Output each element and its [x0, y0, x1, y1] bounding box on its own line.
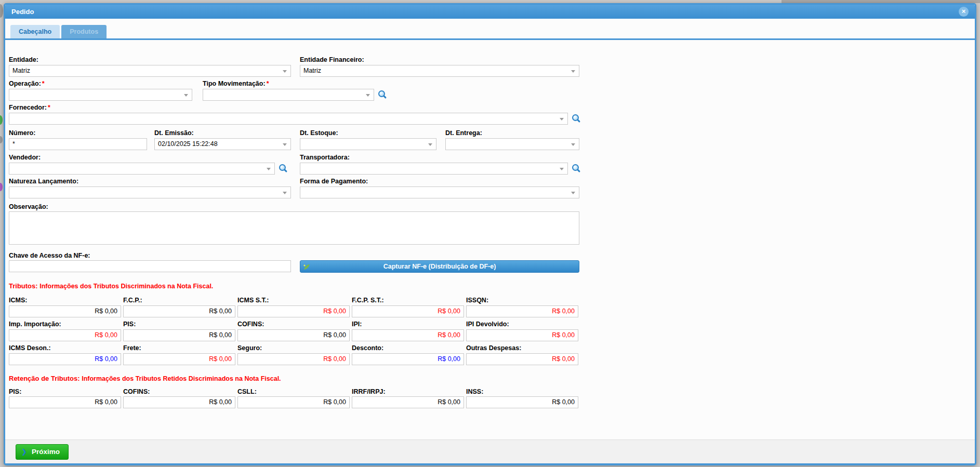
fcp-st-input[interactable]: R$ 0,00 — [352, 305, 464, 317]
pis-label: PIS: — [123, 321, 136, 328]
background-window-fragment — [0, 115, 3, 125]
background-window-fragment — [0, 136, 3, 143]
ret-csll-input[interactable]: R$ 0,00 — [237, 396, 350, 408]
search-icon[interactable] — [572, 164, 579, 171]
dt-entrega-label: Dt. Entrega: — [445, 129, 482, 137]
background-window-fragment — [0, 4, 3, 18]
chevron-down-icon — [267, 168, 271, 170]
entidade-financeiro-select[interactable]: Matriz — [300, 65, 579, 77]
dialog-titlebar[interactable]: Pedido × — [5, 5, 975, 19]
icms-st-input[interactable]: R$ 0,00 — [237, 305, 350, 317]
chevron-down-icon — [184, 94, 188, 97]
tab-bar: Cabeçalho Produtos — [5, 19, 975, 40]
close-icon[interactable]: × — [959, 7, 969, 17]
icms-label: ICMS: — [9, 297, 27, 304]
dt-emissao-value: 02/10/2025 15:22:48 — [155, 139, 290, 150]
ret-pis-input[interactable]: R$ 0,00 — [9, 396, 121, 408]
natureza-lancamento-label: Natureza Lançamento: — [9, 178, 78, 185]
issqn-label: ISSQN: — [466, 297, 488, 304]
icms-st-label: ICMS S.T.: — [237, 297, 269, 304]
dt-emissao-select[interactable]: 02/10/2025 15:22:48 — [154, 138, 291, 150]
chevron-down-icon — [283, 192, 287, 194]
form-panel: Entidade: Matriz Entidade Financeiro: Ma… — [5, 42, 975, 439]
search-icon[interactable] — [572, 114, 579, 121]
numero-label: Número: — [9, 129, 35, 137]
ipi-devolvido-label: IPI Devolvido: — [466, 321, 509, 328]
operacao-select[interactable] — [9, 89, 192, 101]
dt-estoque-select[interactable] — [300, 138, 436, 150]
tipo-movimentacao-label: Tipo Movimentação:* — [203, 80, 269, 88]
pis-input[interactable]: R$ 0,00 — [123, 329, 235, 341]
transportadora-select[interactable] — [300, 163, 568, 175]
frete-input[interactable]: R$ 0,00 — [123, 353, 235, 365]
dialog-footer: ❯Próximo — [5, 439, 975, 463]
ret-csll-label: CSLL: — [237, 388, 257, 396]
capturar-nfe-button[interactable]: Capturar NF-e (Distribuição de DF-e) — [300, 260, 579, 273]
icms-deson-label: ICMS Deson.: — [9, 344, 51, 352]
desconto-label: Desconto: — [352, 344, 383, 352]
vendedor-select[interactable] — [9, 163, 275, 175]
dialog-title: Pedido — [11, 8, 34, 16]
imp-importacao-label: Imp. Importação: — [9, 321, 61, 328]
imp-importacao-input[interactable]: R$ 0,00 — [9, 329, 121, 341]
tributos-heading: Tributos: Informações dos Tributos Discr… — [9, 282, 213, 290]
dt-estoque-label: Dt. Estoque: — [300, 129, 338, 137]
ret-inss-input[interactable]: R$ 0,00 — [466, 396, 578, 408]
tributos-heading-title: Tributos: — [9, 282, 38, 290]
entidade-select[interactable]: Matriz — [9, 65, 291, 77]
issqn-input[interactable]: R$ 0,00 — [466, 305, 578, 317]
icms-input[interactable]: R$ 0,00 — [9, 305, 121, 317]
chevron-down-icon — [428, 143, 432, 146]
pedido-dialog: Pedido × Cabeçalho Produtos Entidade: Ma… — [4, 3, 976, 465]
ret-irrf-irpj-label: IRRF/IRPJ: — [352, 388, 386, 396]
ipi-devolvido-input[interactable]: R$ 0,00 — [466, 329, 578, 341]
forma-pagamento-select[interactable] — [300, 186, 579, 198]
proximo-button[interactable]: ❯Próximo — [16, 444, 69, 460]
entidade-financeiro-label: Entidade Financeiro: — [300, 56, 364, 64]
entidade-financeiro-value: Matriz — [300, 65, 579, 76]
tipo-movimentacao-select[interactable] — [203, 89, 374, 101]
retencao-heading-title: Retenção de Tributos: — [9, 375, 80, 382]
fornecedor-select[interactable] — [9, 113, 568, 125]
tab-produtos[interactable]: Produtos — [61, 25, 107, 38]
search-icon[interactable] — [378, 90, 385, 97]
fcp-st-label: F.C.P. S.T.: — [352, 297, 384, 304]
ret-irrf-irpj-input[interactable]: R$ 0,00 — [352, 396, 464, 408]
chevron-down-icon — [366, 94, 370, 97]
capturar-nfe-label: Capturar NF-e (Distribuição de DF-e) — [383, 263, 496, 270]
icms-deson-input[interactable]: R$ 0,00 — [9, 353, 121, 365]
chevron-down-icon — [283, 143, 287, 146]
forma-pagamento-label: Forma de Pagamento: — [300, 178, 368, 185]
search-icon[interactable] — [279, 164, 286, 171]
chevron-down-icon — [571, 143, 575, 146]
seguro-input[interactable]: R$ 0,00 — [237, 353, 350, 365]
ret-cofins-input[interactable]: R$ 0,00 — [123, 396, 235, 408]
vendedor-label: Vendedor: — [9, 154, 41, 162]
outras-despesas-input[interactable]: R$ 0,00 — [466, 353, 578, 365]
fcp-input[interactable]: R$ 0,00 — [123, 305, 235, 317]
entidade-label: Entidade: — [9, 56, 38, 64]
chave-nfe-label: Chave de Acesso da NF-e: — [9, 252, 90, 260]
transportadora-label: Transportadora: — [300, 154, 350, 162]
outras-despesas-label: Outras Despesas: — [466, 344, 521, 352]
numero-value: * — [9, 139, 147, 150]
fcp-label: F.C.P.: — [123, 297, 142, 304]
nfe-icon — [303, 263, 310, 274]
observacao-label: Observação: — [9, 203, 48, 211]
natureza-lancamento-select[interactable] — [9, 186, 291, 198]
retencao-heading-subtitle: Informações dos Tributos Retidos Discrim… — [82, 375, 281, 382]
ret-cofins-label: COFINS: — [123, 388, 150, 396]
cofins-label: COFINS: — [237, 321, 264, 328]
cofins-input[interactable]: R$ 0,00 — [237, 329, 350, 341]
desconto-input[interactable]: R$ 0,00 — [352, 353, 464, 365]
chevron-down-icon — [283, 70, 287, 73]
observacao-textarea[interactable] — [9, 211, 579, 245]
numero-input[interactable]: * — [9, 138, 147, 150]
dt-entrega-select[interactable] — [445, 138, 579, 150]
entidade-value: Matriz — [9, 65, 290, 76]
tab-cabecalho[interactable]: Cabeçalho — [10, 25, 60, 38]
seguro-label: Seguro: — [237, 344, 262, 352]
ipi-input[interactable]: R$ 0,00 — [352, 329, 464, 341]
chevron-down-icon — [560, 118, 564, 121]
chave-nfe-input[interactable] — [9, 260, 291, 272]
